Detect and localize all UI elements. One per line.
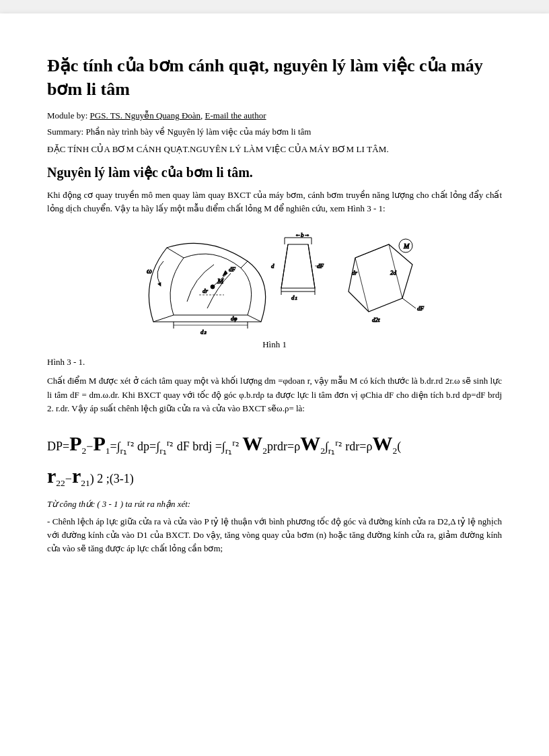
- formula-block: DP=P2−P1=∫r₁r₂ dp=∫r₁r₂ dF brdj =∫r₁r₂ W…: [47, 427, 502, 492]
- svg-text:←b→: ←b→: [295, 232, 310, 238]
- conclusion1: - Chênh lệch áp lực giữa cửa ra và cửa v…: [47, 515, 502, 555]
- formula-P2: P: [69, 432, 81, 454]
- formula-sub-2b: 2: [320, 445, 325, 455]
- body-para2: Chất điểm M được xét ở cách tâm quay một…: [47, 374, 502, 415]
- formula-W2-3: W: [372, 432, 392, 454]
- svg-text:dr: dr: [203, 287, 209, 294]
- formula-prdr: prdr=ρ: [267, 440, 300, 453]
- figure-diagram: M dF dr ω d₂ dφ: [113, 228, 436, 335]
- email-author-link[interactable]: E-mail the author: [205, 110, 266, 121]
- figure-label: Hình 3 - 1.: [47, 357, 502, 368]
- svg-text:M: M: [217, 277, 224, 285]
- summary-line: Summary: Phần này trình bày về Nguyên lý…: [47, 127, 502, 137]
- module-by-label: Module by:: [47, 110, 87, 121]
- body-para1: Khi động cơ quay truyền mô men quay làm …: [47, 188, 502, 215]
- summary-label: Summary:: [47, 127, 83, 137]
- page: Đặc tính của bơm cánh quạt, nguyên lý là…: [0, 13, 549, 756]
- svg-line-0: [153, 315, 174, 322]
- svg-text:dr: dr: [352, 269, 358, 276]
- formula-minus2: −: [65, 472, 72, 485]
- section-heading: Nguyên lý làm việc của bơm li tâm.: [47, 164, 502, 180]
- svg-text:dφ: dφ: [231, 315, 237, 322]
- svg-text:d₁: d₁: [291, 294, 297, 301]
- formula-div2: ) 2 ;(3-1): [90, 472, 134, 485]
- formula-r22: r: [47, 465, 56, 487]
- svg-line-6: [213, 273, 227, 287]
- formula-P1: P: [93, 432, 105, 454]
- svg-text:ω: ω: [147, 267, 152, 275]
- svg-line-35: [402, 298, 416, 308]
- formula-W2-2: W: [300, 432, 320, 454]
- formula-sub-2a: 2: [262, 445, 267, 455]
- svg-text:d₂: d₂: [200, 329, 207, 335]
- formula-paren: (: [397, 440, 401, 453]
- formula-dp: DP=: [47, 440, 69, 453]
- module-by-link[interactable]: PGS. TS. Nguyễn Quang Đoàn: [90, 110, 201, 121]
- formula-W2-1: W: [242, 432, 262, 454]
- svg-text:dF: dF: [417, 305, 425, 312]
- svg-text:d2t: d2t: [372, 316, 380, 323]
- svg-line-1: [167, 248, 184, 258]
- formula-integral1: =∫r₁r₂ dp=∫r₁r₂ dF brdj =∫r₁r₂: [110, 440, 242, 453]
- from-formula-note: Từ công thức ( 3 - 1 ) ta rút ra nhận xé…: [47, 499, 502, 510]
- svg-text:2d: 2d: [390, 269, 397, 276]
- svg-text:d: d: [271, 263, 274, 269]
- section-caps-heading: ĐẶC TÍNH CỦA BƠM CÁNH QUẠT.NGUYÊN LÝ LÀM…: [47, 144, 502, 155]
- svg-line-2: [248, 315, 261, 322]
- formula-integral2: ∫r₁r₂ rdr=ρ: [325, 440, 373, 453]
- page-title: Đặc tính của bơm cánh quạt, nguyên lý là…: [47, 54, 502, 101]
- svg-line-3: [241, 261, 248, 268]
- svg-text:M: M: [403, 242, 410, 250]
- figure-caption: Hình 1: [262, 339, 287, 350]
- svg-line-22: [308, 244, 315, 288]
- figure-container: M dF dr ω d₂ dφ: [47, 228, 502, 353]
- formula-sub-21: 21: [81, 477, 90, 487]
- svg-line-21: [281, 244, 288, 288]
- svg-text:dF: dF: [229, 266, 236, 273]
- formula-sub-22: 22: [56, 477, 65, 487]
- formula-minus: −: [86, 440, 93, 453]
- formula-r21: r: [72, 465, 81, 487]
- module-by-line: Module by: PGS. TS. Nguyễn Quang Đoàn, E…: [47, 110, 502, 121]
- summary-text: Phần này trình bày về Nguyên lý làm việc…: [85, 127, 311, 137]
